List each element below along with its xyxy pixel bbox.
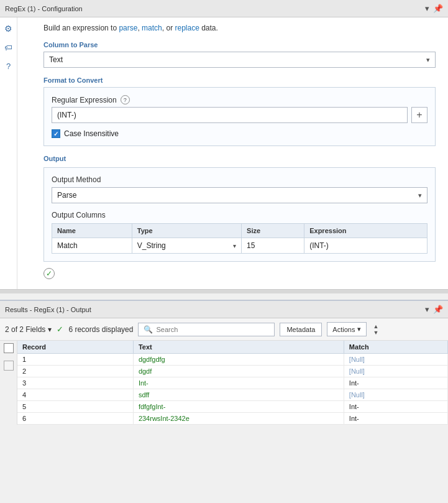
metadata-button[interactable]: Metadata xyxy=(280,323,322,336)
top-panel-body: ⚙ 🏷 ? Build an expression to parse, matc… xyxy=(0,17,448,289)
bottom-config-row: ✓ xyxy=(43,262,436,283)
cell-text: 234rwsInt-2342e xyxy=(133,413,344,425)
table-row: 6234rwsInt-2342eInt- xyxy=(17,413,448,425)
type-dropdown-arrow[interactable]: ▾ xyxy=(233,242,236,249)
fields-badge[interactable]: 2 of 2 Fields ▾ xyxy=(5,325,52,334)
output-method-value: Parse xyxy=(57,191,76,200)
cell-match: Int- xyxy=(344,377,447,389)
cell-record: 2 xyxy=(17,366,133,377)
top-panel: RegEx (1) - Configuration ▾ 📌 ⚙ 🏷 ? Buil… xyxy=(0,0,448,290)
cell-text: sdff xyxy=(133,389,344,401)
results-body: Record Text Match 1dgdfgdfg[Null]2dgdf[N… xyxy=(0,341,448,425)
check-mark: ✓ xyxy=(46,269,52,278)
table-row: 5fdfgfgInt-Int- xyxy=(17,401,448,413)
actions-arrow: ▾ xyxy=(357,325,361,333)
table-row: 3Int-Int- xyxy=(17,377,448,389)
cell-text: Int- xyxy=(133,377,344,389)
actions-label: Actions xyxy=(332,326,355,333)
regex-label-row: Regular Expression ? xyxy=(52,95,427,104)
highlight-replace: replace xyxy=(175,24,199,32)
results-left-sidebar xyxy=(0,341,17,425)
select-all-checkbox[interactable] xyxy=(4,343,14,353)
top-panel-title: RegEx (1) - Configuration xyxy=(5,5,83,12)
output-label: Output xyxy=(43,155,436,162)
format-label: Format to Convert xyxy=(43,76,436,84)
row-marker-1 xyxy=(4,361,14,371)
scroll-up-icon[interactable]: ▲ xyxy=(373,323,378,330)
output-section: Output Method Parse ▾ Output Columns Nam… xyxy=(43,167,436,262)
cell-match: [Null] xyxy=(344,366,447,377)
scroll-down-icon[interactable]: ▼ xyxy=(373,330,378,336)
case-insensitive-label: Case Insensitive xyxy=(64,129,119,138)
cell-text: fdfgfgInt- xyxy=(133,401,344,413)
output-method-dropdown[interactable]: Parse ▾ xyxy=(52,187,427,203)
cell-record: 5 xyxy=(17,401,133,413)
actions-button[interactable]: Actions ▾ xyxy=(327,322,367,336)
column-dropdown-arrow: ▾ xyxy=(426,56,430,64)
bottom-header-icons: ▾ 📌 xyxy=(425,305,443,314)
bottom-minimize-icon[interactable]: ▾ xyxy=(425,305,429,314)
gear-icon[interactable]: ⚙ xyxy=(2,22,15,35)
cell-match: [Null] xyxy=(344,389,447,401)
cell-record: 3 xyxy=(17,377,133,389)
cell-text: dgdfgdfg xyxy=(133,354,344,366)
output-columns-table: Name Type Size Expression Match V_String xyxy=(52,223,427,254)
records-displayed: 6 records displayed xyxy=(68,325,133,334)
fields-count: 2 of 2 Fields xyxy=(5,325,45,334)
row-expression: (INT-) xyxy=(304,238,427,254)
results-table: Record Text Match 1dgdfgdfg[Null]2dgdf[N… xyxy=(17,341,448,425)
add-regex-button[interactable]: + xyxy=(411,107,427,123)
minimize-icon[interactable]: ▾ xyxy=(425,4,429,13)
cell-record: 4 xyxy=(17,389,133,401)
check-green-icon: ✓ xyxy=(57,325,63,334)
result-col-record: Record xyxy=(17,341,133,354)
results-table-wrap: Record Text Match 1dgdfgdfg[Null]2dgdf[N… xyxy=(17,341,448,425)
search-box: 🔍 xyxy=(138,323,275,336)
pin-icon[interactable]: 📌 xyxy=(433,4,443,13)
cell-record: 6 xyxy=(17,413,133,425)
cell-match: Int- xyxy=(344,413,447,425)
cell-match: [Null] xyxy=(344,354,447,366)
cell-match: Int- xyxy=(344,401,447,413)
help-icon[interactable]: ? xyxy=(2,60,15,72)
left-sidebar: ⚙ 🏷 ? xyxy=(0,17,17,289)
column-dropdown[interactable]: Text ▾ xyxy=(43,52,436,68)
bottom-panel-title: Results - RegEx (1) - Output xyxy=(5,306,91,313)
format-section: Regular Expression ? + Case Insensitive xyxy=(43,87,436,146)
bottom-panel-header: Results - RegEx (1) - Output ▾ 📌 xyxy=(0,301,448,318)
highlight-match: match xyxy=(142,24,162,32)
regex-help-icon[interactable]: ? xyxy=(121,95,130,104)
output-method-label: Output Method xyxy=(52,175,427,184)
results-toolbar: 2 of 2 Fields ▾ ✓ 6 records displayed 🔍 … xyxy=(0,318,448,341)
col-header-name: Name xyxy=(52,224,132,238)
row-size: 15 xyxy=(242,238,304,254)
config-content: Build an expression to parse, match, or … xyxy=(35,17,448,289)
regex-label: Regular Expression xyxy=(52,96,117,104)
search-input[interactable] xyxy=(156,326,269,333)
tag-icon[interactable]: 🏷 xyxy=(2,41,15,53)
table-row: 1dgdfgdfg[Null] xyxy=(17,354,448,366)
regex-input-row: + xyxy=(52,107,427,123)
bottom-pin-icon[interactable]: 📌 xyxy=(433,305,443,314)
highlight-parse: parse xyxy=(119,24,137,32)
table-row: Match V_String ▾ 15 (INT-) xyxy=(52,238,427,254)
col-header-size: Size xyxy=(242,224,304,238)
output-method-arrow: ▾ xyxy=(418,192,422,200)
regex-input[interactable] xyxy=(52,107,408,123)
table-row: 4sdff[Null] xyxy=(17,389,448,401)
bottom-panel: Results - RegEx (1) - Output ▾ 📌 2 of 2 … xyxy=(0,300,448,425)
row-type: V_String ▾ xyxy=(132,238,241,254)
output-columns-label: Output Columns xyxy=(52,211,427,219)
cell-record: 1 xyxy=(17,354,133,366)
top-panel-header: RegEx (1) - Configuration ▾ 📌 xyxy=(0,0,448,17)
col-header-expression: Expression xyxy=(304,224,427,238)
case-insensitive-checkbox[interactable] xyxy=(52,129,60,138)
scroll-arrows: ▲ ▼ xyxy=(373,323,378,336)
status-circle-icon[interactable]: ✓ xyxy=(43,268,55,279)
panel-divider[interactable] xyxy=(0,290,448,293)
search-icon: 🔍 xyxy=(144,325,153,334)
intro-text: Build an expression to parse, match, or … xyxy=(43,24,436,32)
table-row: 2dgdf[Null] xyxy=(17,366,448,377)
cell-text: dgdf xyxy=(133,366,344,377)
result-col-text: Text xyxy=(133,341,344,354)
